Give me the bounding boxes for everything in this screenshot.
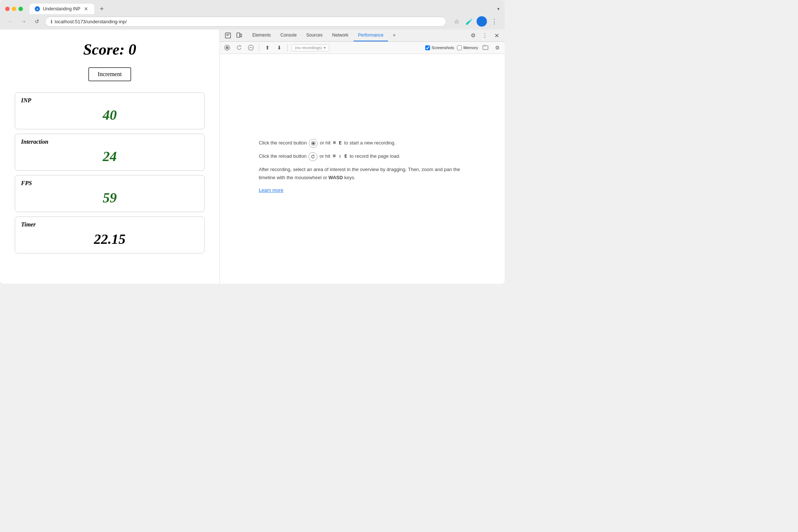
instruction-line-3: After recording, select an area of inter… bbox=[259, 166, 466, 182]
browser-menu-button[interactable]: ⋮ bbox=[489, 16, 499, 27]
clear-button[interactable] bbox=[246, 43, 255, 52]
address-bar[interactable]: ℹ localhost:5173/understanding-inp/ bbox=[45, 17, 446, 27]
window-controls bbox=[5, 7, 23, 11]
inp-value: 40 bbox=[21, 107, 198, 123]
svg-point-4 bbox=[226, 46, 229, 49]
devtools-more-button[interactable]: ⋮ bbox=[480, 30, 490, 41]
profile-button[interactable]: 👤 bbox=[477, 16, 487, 27]
tab-title: Understanding INP bbox=[43, 6, 80, 11]
reload-record-button[interactable] bbox=[235, 43, 243, 52]
devtools-panel: Elements Console Sources Network Perform… bbox=[220, 30, 505, 284]
close-window-button[interactable] bbox=[5, 7, 10, 11]
toolbar-settings-button[interactable]: ⚙ bbox=[493, 43, 502, 52]
inp-metric-card: INP 40 bbox=[15, 92, 205, 129]
tab-close-button[interactable]: ✕ bbox=[83, 6, 89, 12]
record-button[interactable] bbox=[223, 43, 232, 52]
url-text: localhost:5173/understanding-inp/ bbox=[55, 19, 127, 24]
fps-metric-card: FPS 59 bbox=[15, 175, 205, 212]
address-bar-row: ← → ↺ ℹ localhost:5173/understanding-inp… bbox=[0, 14, 505, 30]
webpage-content: Score: 0 Increment INP 40 Interaction 24… bbox=[0, 30, 220, 284]
forward-button[interactable]: → bbox=[18, 16, 29, 27]
fps-label: FPS bbox=[21, 180, 198, 187]
upload-button[interactable]: ⬆ bbox=[263, 43, 272, 52]
browser-window: ● Understanding INP ✕ + ▾ ← → ↺ ℹ localh… bbox=[0, 0, 505, 284]
capture-screenshot-button[interactable] bbox=[481, 43, 490, 52]
devtools-tab-bar: Elements Console Sources Network Perform… bbox=[220, 30, 505, 42]
screenshots-checkbox-group: Screenshots bbox=[425, 45, 454, 50]
increment-button[interactable]: Increment bbox=[88, 67, 132, 81]
tab-elements[interactable]: Elements bbox=[248, 30, 275, 41]
devtools-tab-icons bbox=[223, 30, 244, 41]
extension-button[interactable]: 🧪 bbox=[464, 16, 474, 27]
memory-checkbox-group: Memory bbox=[457, 45, 478, 50]
svg-rect-2 bbox=[240, 34, 242, 37]
learn-more-paragraph: Learn more bbox=[259, 186, 466, 194]
main-area: Score: 0 Increment INP 40 Interaction 24… bbox=[0, 30, 505, 284]
interaction-metric-card: Interaction 24 bbox=[15, 134, 205, 171]
tab-dropdown-button[interactable]: ▾ bbox=[497, 6, 499, 11]
fps-value: 59 bbox=[21, 190, 198, 206]
instructions-text: Click the record button or hit ⌘ E to st… bbox=[259, 139, 466, 199]
recordings-dropdown[interactable]: (no recordings) ▾ bbox=[291, 44, 329, 51]
record-icon-inline bbox=[309, 139, 318, 148]
screenshots-checkbox[interactable] bbox=[425, 45, 430, 50]
reload-icon-inline bbox=[308, 152, 317, 161]
tab-network[interactable]: Network bbox=[328, 30, 353, 41]
timer-metric-card: Timer 22.15 bbox=[15, 216, 205, 253]
reload-button[interactable]: ↺ bbox=[32, 16, 42, 27]
title-bar: ● Understanding INP ✕ + ▾ bbox=[0, 0, 505, 14]
active-tab[interactable]: ● Understanding INP ✕ bbox=[30, 4, 94, 14]
devtools-device-icon[interactable] bbox=[234, 30, 244, 41]
tab-console[interactable]: Console bbox=[276, 30, 301, 41]
devtools-elements-icon[interactable] bbox=[223, 30, 233, 41]
interaction-label: Interaction bbox=[21, 139, 198, 145]
svg-point-11 bbox=[312, 142, 314, 144]
secure-icon: ℹ bbox=[51, 19, 52, 24]
tab-performance[interactable]: Performance bbox=[354, 30, 388, 41]
instruction-line-1: Click the record button or hit ⌘ E to st… bbox=[259, 139, 466, 148]
screenshots-label[interactable]: Screenshots bbox=[432, 45, 454, 50]
devtools-settings-button[interactable]: ⚙ bbox=[468, 30, 478, 41]
tab-favicon: ● bbox=[35, 6, 40, 11]
learn-more-link[interactable]: Learn more bbox=[259, 187, 283, 193]
browser-actions: ☆ 🧪 👤 ⋮ bbox=[451, 16, 499, 27]
tab-bar: ● Understanding INP ✕ + ▾ bbox=[30, 4, 499, 14]
devtools-close-button[interactable]: ✕ bbox=[491, 30, 502, 41]
tab-more[interactable]: » bbox=[389, 30, 400, 41]
maximize-window-button[interactable] bbox=[18, 7, 23, 11]
download-button[interactable]: ⬇ bbox=[275, 43, 284, 52]
svg-rect-7 bbox=[483, 46, 488, 50]
interaction-value: 24 bbox=[21, 148, 198, 164]
score-heading: Score: 0 bbox=[15, 41, 205, 58]
back-button[interactable]: ← bbox=[5, 16, 16, 27]
timer-label: Timer bbox=[21, 221, 198, 228]
svg-rect-1 bbox=[237, 33, 240, 37]
toolbar-separator-2 bbox=[287, 44, 288, 51]
devtools-action-buttons: ⚙ ⋮ ✕ bbox=[468, 30, 502, 41]
performance-empty-state: Click the record button or hit ⌘ E to st… bbox=[220, 54, 505, 284]
tab-sources[interactable]: Sources bbox=[302, 30, 327, 41]
timer-value: 22.15 bbox=[21, 231, 198, 247]
minimize-window-button[interactable] bbox=[12, 7, 16, 11]
memory-checkbox[interactable] bbox=[457, 45, 462, 50]
toolbar-separator-1 bbox=[259, 44, 259, 51]
new-tab-button[interactable]: + bbox=[96, 4, 107, 14]
instruction-line-2: Click the reload button or hit ⌘ ⇧ E to … bbox=[259, 152, 466, 161]
bookmark-button[interactable]: ☆ bbox=[451, 16, 462, 27]
memory-label[interactable]: Memory bbox=[463, 45, 478, 50]
inp-label: INP bbox=[21, 97, 198, 104]
performance-toolbar: ⬆ ⬇ (no recordings) ▾ Screenshots Memory bbox=[220, 42, 505, 54]
